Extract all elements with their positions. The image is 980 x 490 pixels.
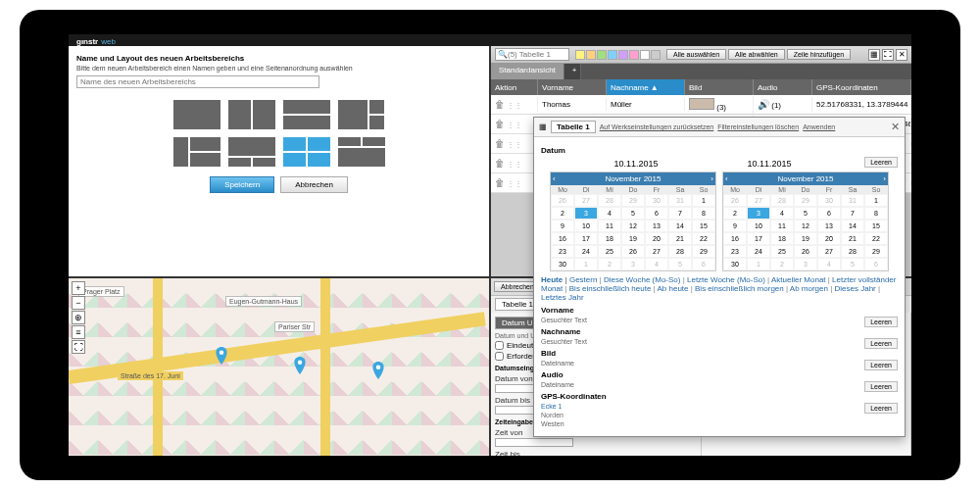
layout-option[interactable] <box>228 100 275 129</box>
calendar-day[interactable]: 16 <box>723 232 747 245</box>
clear-button[interactable]: Leeren <box>864 338 898 349</box>
calendar-day[interactable]: 10 <box>574 220 598 232</box>
calendar-day[interactable]: 24 <box>747 245 770 258</box>
calendar-day[interactable]: 17 <box>747 232 770 245</box>
calendar-day[interactable]: 17 <box>574 232 598 245</box>
calendar-day[interactable]: 11 <box>770 220 794 232</box>
calendar-day[interactable]: 28 <box>841 245 864 258</box>
required-checkbox[interactable] <box>495 352 504 361</box>
calendar-day[interactable]: 14 <box>841 220 864 232</box>
drag-icon[interactable]: ⋮⋮ <box>507 160 522 169</box>
save-button[interactable]: Speichern <box>210 176 274 193</box>
date-from-value[interactable]: 10.11.2015 <box>572 159 700 169</box>
calendar-day[interactable]: 26 <box>551 194 574 207</box>
clear-button[interactable]: Leeren <box>864 381 898 392</box>
calendar-day[interactable]: 5 <box>668 258 692 270</box>
clear-button[interactable]: Leeren <box>864 360 898 370</box>
calendar-day[interactable]: 8 <box>692 207 715 220</box>
calendar-day[interactable]: 4 <box>770 207 794 220</box>
calendar-day[interactable]: 27 <box>817 245 841 258</box>
calendar-day[interactable]: 9 <box>723 220 747 232</box>
filter-icon[interactable]: ▦ <box>868 49 880 61</box>
calendar-day[interactable]: 28 <box>668 245 692 258</box>
calendar-day[interactable]: 23 <box>551 245 574 258</box>
calendar-day[interactable]: 2 <box>598 258 621 270</box>
calendar-day[interactable]: 24 <box>574 245 598 258</box>
drag-icon[interactable]: ⋮⋮ <box>507 140 522 149</box>
calendar-day[interactable]: 27 <box>574 194 598 207</box>
calendar-day[interactable]: 7 <box>841 207 864 220</box>
calendar-day[interactable]: 26 <box>621 245 645 258</box>
calendar-day[interactable]: 1 <box>747 258 770 270</box>
calendar-day[interactable]: 1 <box>692 194 715 207</box>
calendar-day[interactable]: 21 <box>668 232 692 245</box>
add-row-button[interactable]: Zeile hinzufügen <box>787 49 851 60</box>
color-swatch[interactable] <box>586 50 596 60</box>
next-month-icon[interactable]: › <box>883 174 886 183</box>
calendar-day[interactable]: 2 <box>770 258 794 270</box>
layers-button[interactable]: ≡ <box>72 325 85 339</box>
calendar-day[interactable]: 4 <box>817 258 841 270</box>
tab-standard-view[interactable]: Standardansicht <box>491 64 564 79</box>
layout-option-selected[interactable] <box>283 137 330 167</box>
calendar-day[interactable]: 4 <box>645 258 668 270</box>
prev-month-icon[interactable]: ‹ <box>553 174 556 183</box>
map-pin[interactable] <box>372 362 384 379</box>
apply-link[interactable]: Anwenden <box>803 123 835 130</box>
color-swatch[interactable] <box>618 50 628 60</box>
layout-option[interactable] <box>173 100 220 129</box>
prev-month-icon[interactable]: ‹ <box>725 174 728 183</box>
calendar-day[interactable]: 30 <box>723 258 747 270</box>
calendar-day[interactable]: 15 <box>864 220 888 232</box>
close-icon[interactable]: ✕ <box>896 49 907 61</box>
quick-date-link[interactable]: Heute <box>541 275 569 284</box>
calendar-day[interactable]: 30 <box>551 258 574 270</box>
col-action[interactable]: Aktion <box>491 79 538 95</box>
calendar-day[interactable]: 6 <box>645 207 668 220</box>
calendar-day[interactable]: 7 <box>668 207 692 220</box>
calendar-day[interactable]: 11 <box>598 220 621 232</box>
calendar-day[interactable]: 4 <box>598 207 621 220</box>
time-from-input[interactable] <box>495 438 573 447</box>
calendar-day[interactable]: 29 <box>794 194 817 207</box>
color-swatch[interactable] <box>640 50 650 60</box>
calendar-day[interactable]: 15 <box>692 220 715 232</box>
calendar-day[interactable]: 18 <box>770 232 794 245</box>
calendar-day[interactable]: 31 <box>668 194 692 207</box>
calendar-day[interactable]: 6 <box>817 207 841 220</box>
calendar-day[interactable]: 22 <box>864 232 888 245</box>
close-icon[interactable]: ✕ <box>891 121 900 133</box>
deselect-all-button[interactable]: Alle abwählen <box>728 49 785 60</box>
col-lastname[interactable]: Nachname ▲ <box>607 79 685 95</box>
calendar-day[interactable]: 27 <box>645 245 668 258</box>
layout-option[interactable] <box>338 137 385 167</box>
delete-icon[interactable]: 🗑 <box>495 99 505 110</box>
unique-checkbox[interactable] <box>495 341 504 350</box>
calendar[interactable]: ‹November 2015›MoDiMiDoFrSaSo26272829303… <box>550 172 716 271</box>
quick-date-link[interactable]: Gestern <box>569 275 604 284</box>
col-image[interactable]: Bild <box>685 79 754 95</box>
calendar-day[interactable]: 13 <box>817 220 841 232</box>
add-tab-button[interactable]: + <box>564 64 581 79</box>
quick-date-link[interactable]: Bis einschließlich morgen <box>695 284 790 293</box>
layout-option[interactable] <box>338 100 385 129</box>
clear-button[interactable]: Leeren <box>864 403 898 414</box>
calendar-day[interactable]: 27 <box>747 194 770 207</box>
calendar-day[interactable]: 1 <box>574 258 598 270</box>
col-gps[interactable]: GPS-Koordinaten <box>812 79 911 95</box>
calendar-day[interactable]: 12 <box>794 220 817 232</box>
calendar-day[interactable]: 22 <box>692 232 715 245</box>
calendar-day[interactable]: 1 <box>864 194 888 207</box>
delete-icon[interactable]: 🗑 <box>495 138 505 149</box>
calendar-day[interactable]: 5 <box>794 207 817 220</box>
clear-button[interactable]: Leeren <box>864 157 898 168</box>
popup-tab[interactable]: Tabelle 1 <box>551 121 596 133</box>
zoom-in-button[interactable]: + <box>72 281 85 295</box>
next-month-icon[interactable]: › <box>710 174 713 183</box>
cancel-button[interactable]: Abbrechen <box>280 176 348 193</box>
calendar-day[interactable]: 19 <box>794 232 817 245</box>
calendar-day[interactable]: 16 <box>551 232 574 245</box>
calendar-day[interactable]: 3 <box>574 207 598 220</box>
calendar-day[interactable]: 26 <box>794 245 817 258</box>
calendar-day[interactable]: 30 <box>645 194 668 207</box>
